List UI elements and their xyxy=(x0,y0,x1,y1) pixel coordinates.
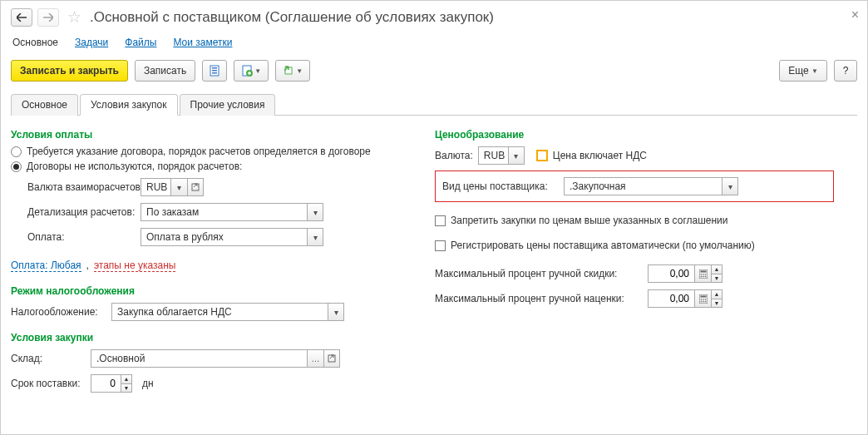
svg-rect-7 xyxy=(192,184,199,190)
label-warehouse: Склад: xyxy=(11,353,86,364)
label-delivery-term: Срок поставки: xyxy=(11,378,86,389)
price-includes-vat-label: Цена включает НДС xyxy=(553,150,647,161)
chevron-down-icon: ▼ xyxy=(811,67,818,75)
nav-files[interactable]: Файлы xyxy=(125,37,156,48)
warehouse-select-button[interactable]: … xyxy=(307,349,323,368)
svg-point-15 xyxy=(703,275,704,277)
svg-point-19 xyxy=(700,299,702,300)
tab-purchase-conditions[interactable]: Условия закупок xyxy=(80,94,178,116)
max-discount-input[interactable] xyxy=(648,264,694,283)
svg-rect-1 xyxy=(212,67,217,69)
tab-other-conditions[interactable]: Прочие условия xyxy=(180,94,276,116)
label-pricing-currency: Валюта: xyxy=(435,150,473,161)
arrow-right-icon xyxy=(43,13,53,22)
tab-main[interactable]: Основное xyxy=(11,94,78,116)
radio-no-contracts[interactable] xyxy=(11,161,22,172)
chevron-down-icon: ▼ xyxy=(254,67,261,75)
svg-point-13 xyxy=(704,274,706,275)
more-button[interactable]: Еще ▼ xyxy=(779,60,827,82)
delivery-term-unit: дн xyxy=(142,378,154,389)
radio-contract-required[interactable] xyxy=(11,146,22,157)
payment-input[interactable]: Оплата в рублях xyxy=(141,228,307,246)
stepper-up-icon[interactable]: ▲ xyxy=(712,265,722,274)
svg-rect-18 xyxy=(700,295,706,297)
price-type-dropdown-button[interactable]: ▾ xyxy=(722,177,738,195)
section-purchase-title: Условия закупки xyxy=(11,332,410,344)
nav-forward-button xyxy=(37,8,59,27)
svg-point-23 xyxy=(703,300,704,302)
register-prices-label: Регистрировать цены поставщика автоматич… xyxy=(451,240,755,251)
taxation-dropdown-button[interactable]: ▾ xyxy=(328,303,344,321)
svg-point-12 xyxy=(703,274,704,275)
max-discount-stepper[interactable]: ▲▼ xyxy=(711,264,723,283)
price-type-input[interactable]: .Закупочная xyxy=(564,177,722,195)
save-and-close-button[interactable]: Записать и закрыть xyxy=(11,60,128,82)
pricing-currency-dropdown-button[interactable]: ▾ xyxy=(508,146,525,165)
stepper-up-icon[interactable]: ▲ xyxy=(712,290,722,299)
nav-notes[interactable]: Мои заметки xyxy=(173,37,232,48)
currency-dropdown-button[interactable]: ▾ xyxy=(170,178,187,196)
document-new-icon xyxy=(241,65,253,77)
close-icon[interactable]: × xyxy=(851,7,859,22)
calculator-icon xyxy=(699,294,708,304)
svg-point-14 xyxy=(700,275,702,277)
help-button[interactable]: ? xyxy=(834,60,857,82)
section-payment-title: Условия оплаты xyxy=(11,129,410,141)
stepper-down-icon[interactable]: ▼ xyxy=(121,384,131,393)
settlement-currency-input[interactable]: RUB xyxy=(141,178,170,196)
export-icon xyxy=(283,65,294,77)
print-button[interactable]: ▼ xyxy=(275,60,310,82)
stepper-down-icon[interactable]: ▼ xyxy=(712,299,722,308)
pricing-currency-input[interactable]: RUB xyxy=(478,146,508,165)
section-pricing-title: Ценообразование xyxy=(435,129,834,141)
payment-detail-input[interactable]: По заказам xyxy=(141,203,307,221)
report-button[interactable] xyxy=(202,60,227,82)
nav-section-tabs: Основное Задачи Файлы Мои заметки xyxy=(11,37,857,48)
delivery-term-input[interactable] xyxy=(91,374,121,393)
label-payment-detail: Детализация расчетов: xyxy=(27,206,136,218)
calculator-button[interactable] xyxy=(694,289,711,308)
delivery-term-stepper[interactable]: ▲▼ xyxy=(121,374,132,393)
stages-not-set-link[interactable]: этапы не указаны xyxy=(94,260,175,272)
nav-back-button[interactable] xyxy=(11,8,32,27)
warehouse-open-button[interactable] xyxy=(323,349,340,368)
forbid-above-price-label: Запретить закупки по ценам выше указанны… xyxy=(451,215,728,226)
radio-no-contracts-label: Договоры не используются, порядок расчет… xyxy=(27,161,242,172)
price-type-frame: Вид цены поставщика: .Закупочная ▾ xyxy=(435,171,834,202)
svg-point-22 xyxy=(700,300,702,302)
create-based-on-button[interactable]: ▼ xyxy=(234,60,269,82)
price-includes-vat-checkbox[interactable] xyxy=(536,150,548,161)
forbid-above-price-checkbox[interactable] xyxy=(435,215,446,226)
svg-point-20 xyxy=(703,299,704,300)
payment-dropdown-button[interactable]: ▾ xyxy=(307,228,323,246)
svg-rect-3 xyxy=(212,72,217,74)
arrow-left-icon xyxy=(17,13,27,22)
svg-rect-8 xyxy=(328,355,335,362)
stepper-down-icon[interactable]: ▼ xyxy=(712,274,722,283)
max-markup-stepper[interactable]: ▲▼ xyxy=(711,289,723,308)
warehouse-input[interactable]: .Основной xyxy=(91,349,307,368)
favorite-star-icon[interactable]: ☆ xyxy=(67,7,81,27)
svg-rect-2 xyxy=(212,70,217,72)
label-max-discount: Максимальный процент ручной скидки: xyxy=(435,268,643,279)
svg-point-24 xyxy=(704,300,706,302)
label-taxation: Налогообложение: xyxy=(11,306,106,318)
register-prices-checkbox[interactable] xyxy=(435,240,446,251)
stepper-up-icon[interactable]: ▲ xyxy=(121,375,131,384)
max-markup-input[interactable] xyxy=(648,289,694,308)
nav-main[interactable]: Основное xyxy=(12,37,58,48)
open-icon xyxy=(328,354,336,363)
calculator-button[interactable] xyxy=(694,264,711,283)
chevron-down-icon: ▼ xyxy=(296,67,303,75)
save-button[interactable]: Записать xyxy=(135,60,195,82)
payment-any-link[interactable]: Оплата: Любая xyxy=(11,260,81,272)
payment-detail-dropdown-button[interactable]: ▾ xyxy=(307,203,323,221)
nav-tasks[interactable]: Задачи xyxy=(75,37,108,48)
svg-point-16 xyxy=(704,275,706,277)
svg-point-11 xyxy=(700,274,702,275)
label-max-markup: Максимальный процент ручной наценки: xyxy=(435,293,643,304)
currency-open-button[interactable] xyxy=(187,178,204,196)
calculator-icon xyxy=(699,269,708,279)
taxation-input[interactable]: Закупка облагается НДС xyxy=(111,303,328,321)
svg-point-21 xyxy=(704,299,706,300)
